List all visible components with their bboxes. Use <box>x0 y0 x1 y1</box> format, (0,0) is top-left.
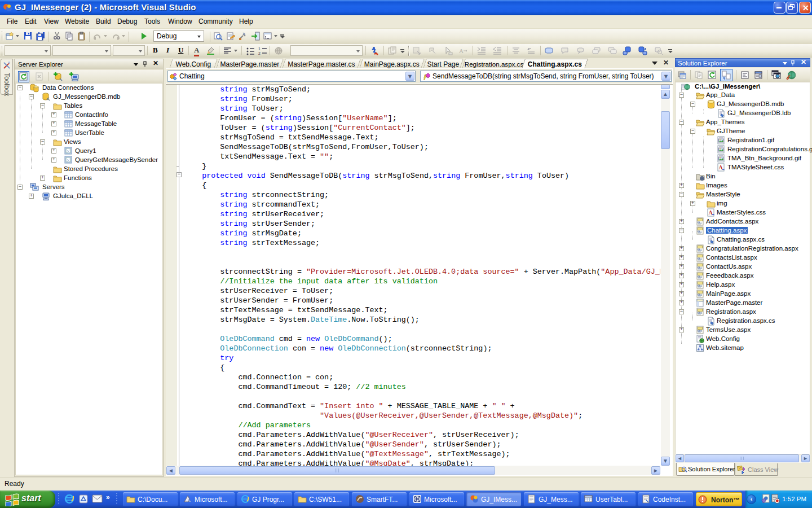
svg-text:2: 2 <box>258 51 261 55</box>
svg-text:A: A <box>459 47 464 54</box>
svg-text:1: 1 <box>258 47 261 51</box>
